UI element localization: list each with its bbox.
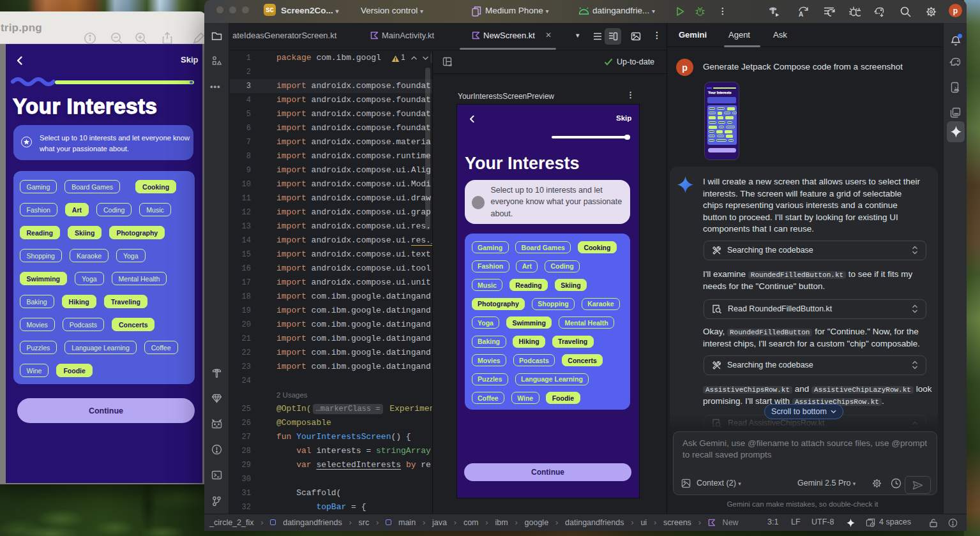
svg-text:A: A bbox=[799, 11, 803, 18]
